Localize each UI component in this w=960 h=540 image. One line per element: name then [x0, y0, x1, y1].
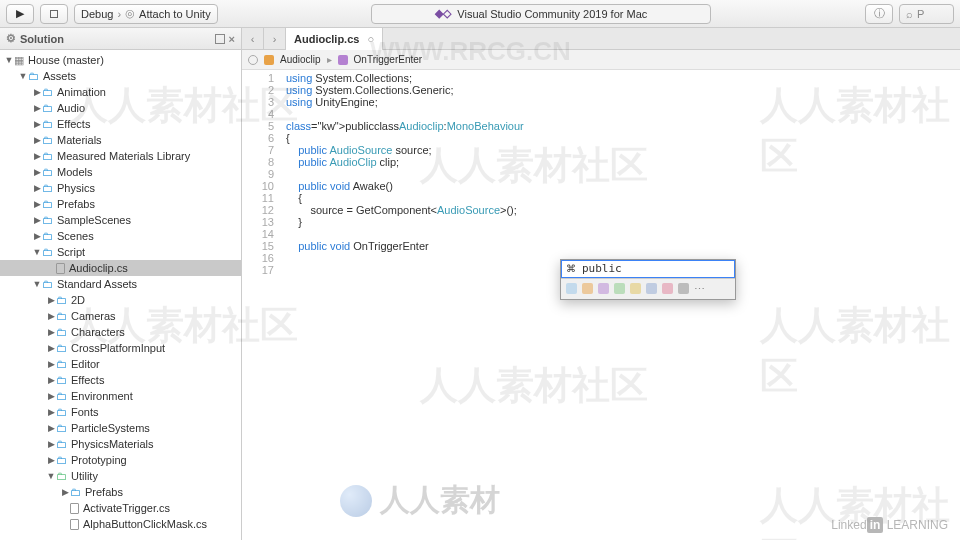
code-line[interactable]: 8 public AudioClip clip;: [242, 156, 960, 168]
tree-item[interactable]: ▼🗀Standard Assets: [0, 276, 241, 292]
breadcrumb[interactable]: Audioclip ▸ OnTriggerEnter: [242, 50, 960, 70]
tree-item[interactable]: ▶🗀Effects: [0, 116, 241, 132]
tree-label: PhysicsMaterials: [71, 438, 154, 450]
code-line[interactable]: 7 public AudioSource source;: [242, 144, 960, 156]
tree-item[interactable]: ▶🗀2D: [0, 292, 241, 308]
tree-item[interactable]: ActivateTrigger.cs: [0, 500, 241, 516]
tree-label: Assets: [43, 70, 76, 82]
tree-item[interactable]: ▼🗀Script: [0, 244, 241, 260]
tree-item[interactable]: AlphaButtonClickMask.cs: [0, 516, 241, 532]
tree-item[interactable]: ▶🗀SampleScenes: [0, 212, 241, 228]
filter-icon[interactable]: [582, 283, 593, 294]
tree-item[interactable]: ▶🗀Materials: [0, 132, 241, 148]
filter-icon[interactable]: [598, 283, 609, 294]
settings-icon[interactable]: ⚙: [6, 32, 16, 45]
code-line[interactable]: 13 }: [242, 216, 960, 228]
tree-item[interactable]: ▶🗀ParticleSystems: [0, 420, 241, 436]
attach-label: Attach to Unity: [139, 8, 211, 20]
more-icon[interactable]: ⋯: [694, 283, 705, 295]
filter-icon[interactable]: [662, 283, 673, 294]
linkedin-watermark: Linkedin LEARNING: [831, 518, 948, 532]
code-line[interactable]: 3using UnityEngine;: [242, 96, 960, 108]
tree-label: Effects: [57, 118, 90, 130]
tree-item[interactable]: ▶🗀Prefabs: [0, 484, 241, 500]
code-text: public void Awake(): [286, 180, 393, 192]
folder-icon: 🗀: [56, 470, 67, 482]
project-node[interactable]: ▼ ▦ House (master): [0, 52, 241, 68]
tree-item[interactable]: ▶🗀Scenes: [0, 228, 241, 244]
code-line[interactable]: 5class="kw">public class Audioclip : Mon…: [242, 120, 960, 132]
tree-item[interactable]: ▶🗀Prototyping: [0, 452, 241, 468]
panel-close-button[interactable]: ×: [229, 33, 235, 45]
tab-close-button[interactable]: ○: [367, 33, 374, 45]
tab-back-button[interactable]: ‹: [242, 28, 264, 50]
intellisense-filters[interactable]: ⋯: [561, 278, 735, 299]
solution-title: Solution: [20, 33, 64, 45]
filter-icon[interactable]: [630, 283, 641, 294]
tree-item[interactable]: ▶🗀CrossPlatformInput: [0, 340, 241, 356]
tree-label: Fonts: [71, 406, 99, 418]
code-line[interactable]: 6{: [242, 132, 960, 144]
caret-icon: ▶: [32, 87, 42, 97]
code-line[interactable]: 9: [242, 168, 960, 180]
line-number: 12: [242, 204, 286, 216]
tree-item[interactable]: Audioclip.cs: [0, 260, 241, 276]
tree-item[interactable]: ▶🗀Models: [0, 164, 241, 180]
tree-item[interactable]: ▼🗀Assets: [0, 68, 241, 84]
tree-item[interactable]: ▶🗀Audio: [0, 100, 241, 116]
intellisense-popup[interactable]: ⌘ public ⋯: [560, 259, 736, 300]
code-line[interactable]: 1using System.Collections;: [242, 72, 960, 84]
caret-icon: ▼: [32, 247, 42, 257]
folder-icon: 🗀: [56, 454, 67, 466]
code-line[interactable]: 4: [242, 108, 960, 120]
folder-icon: 🗀: [42, 198, 53, 210]
tree-item[interactable]: ▶🗀Prefabs: [0, 196, 241, 212]
code-line[interactable]: 15 public void OnTriggerEnter: [242, 240, 960, 252]
debug-config[interactable]: Debug › ◎ Attach to Unity: [74, 4, 218, 24]
tree-label: Animation: [57, 86, 106, 98]
tree-item[interactable]: ▶🗀Animation: [0, 84, 241, 100]
tab-forward-button[interactable]: ›: [264, 28, 286, 50]
tree-label: CrossPlatformInput: [71, 342, 165, 354]
folder-icon: 🗀: [42, 278, 53, 290]
code-line[interactable]: 14: [242, 228, 960, 240]
caret-icon: ▶: [32, 103, 42, 113]
logo-ball-icon: [340, 485, 372, 517]
tree-item[interactable]: ▶🗀Characters: [0, 324, 241, 340]
code-line[interactable]: 11 {: [242, 192, 960, 204]
tree-label: 2D: [71, 294, 85, 306]
filter-icon[interactable]: [614, 283, 625, 294]
code-area[interactable]: 1using System.Collections;2using System.…: [242, 70, 960, 540]
notifications-button[interactable]: ⓘ: [865, 4, 893, 24]
file-tab[interactable]: Audioclip.cs ○: [286, 28, 383, 50]
code-line[interactable]: 2using System.Collections.Generic;: [242, 84, 960, 96]
tree-item[interactable]: ▼🗀Utility: [0, 468, 241, 484]
code-line[interactable]: 12 source = GetComponent<AudioSource>();: [242, 204, 960, 216]
tree-item[interactable]: ▶🗀Measured Materials Library: [0, 148, 241, 164]
tree-label: AlphaButtonClickMask.cs: [83, 518, 207, 530]
search-input[interactable]: ⌕ P: [899, 4, 954, 24]
tree-item[interactable]: ▶🗀Effects: [0, 372, 241, 388]
null-icon: [248, 55, 258, 65]
intellisense-item[interactable]: ⌘ public: [561, 260, 735, 278]
panel-dock-button[interactable]: [215, 34, 225, 44]
tree-item[interactable]: ▶🗀PhysicsMaterials: [0, 436, 241, 452]
tree-label: Characters: [71, 326, 125, 338]
tree-item[interactable]: ▶🗀Environment: [0, 388, 241, 404]
folder-icon: 🗀: [42, 246, 53, 258]
filter-icon[interactable]: [566, 283, 577, 294]
filter-icon[interactable]: [646, 283, 657, 294]
code-line[interactable]: 10 public void Awake(): [242, 180, 960, 192]
tree-label: ActivateTrigger.cs: [83, 502, 170, 514]
filter-icon[interactable]: [678, 283, 689, 294]
run-button[interactable]: ▶: [6, 4, 34, 24]
folder-icon: 🗀: [42, 150, 53, 162]
tree-item[interactable]: ▶🗀Fonts: [0, 404, 241, 420]
tree-item[interactable]: ▶🗀Editor: [0, 356, 241, 372]
config-button[interactable]: [40, 4, 68, 24]
tree-item[interactable]: ▶🗀Physics: [0, 180, 241, 196]
line-number: 3: [242, 96, 286, 108]
tree-item[interactable]: ▶🗀Cameras: [0, 308, 241, 324]
line-number: 16: [242, 252, 286, 264]
solution-tree[interactable]: ▼ ▦ House (master) ▼🗀Assets▶🗀Animation▶🗀…: [0, 50, 241, 540]
